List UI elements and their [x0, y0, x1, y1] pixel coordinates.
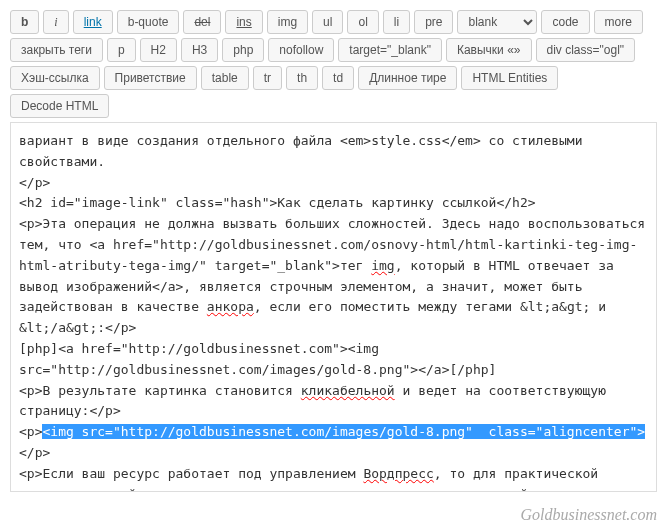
btn-link[interactable]: link	[73, 10, 113, 34]
btn-pre[interactable]: pre	[414, 10, 453, 34]
btn-li[interactable]: li	[383, 10, 410, 34]
btn-php[interactable]: php	[222, 38, 264, 62]
btn-h3[interactable]: H3	[181, 38, 218, 62]
btn-bquote[interactable]: b-quote	[117, 10, 180, 34]
btn-more[interactable]: more	[594, 10, 643, 34]
btn-tr[interactable]: tr	[253, 66, 282, 90]
btn-img[interactable]: img	[267, 10, 308, 34]
select-blank[interactable]: blank	[457, 10, 537, 34]
editor-line: вариант в виде создания отдельного файла…	[19, 133, 590, 169]
editor-line: </p>	[19, 175, 50, 190]
btn-del[interactable]: del	[183, 10, 221, 34]
btn-ul[interactable]: ul	[312, 10, 343, 34]
btn-close-tags[interactable]: закрыть теги	[10, 38, 103, 62]
btn-ins[interactable]: ins	[225, 10, 262, 34]
btn-italic[interactable]: i	[43, 10, 68, 34]
selected-text: <img src="http://goldbusinessnet.com/ima…	[42, 424, 645, 439]
btn-table[interactable]: table	[201, 66, 249, 90]
btn-nofollow[interactable]: nofollow	[268, 38, 334, 62]
quicktags-row-1: b i link b-quote del ins img ul ol li pr…	[10, 10, 657, 34]
btn-h2[interactable]: H2	[140, 38, 177, 62]
spellcheck-word: img	[371, 258, 394, 273]
btn-decode-html[interactable]: Decode HTML	[10, 94, 109, 118]
btn-th[interactable]: th	[286, 66, 318, 90]
btn-p[interactable]: p	[107, 38, 136, 62]
btn-html-entities[interactable]: HTML Entities	[461, 66, 558, 90]
quicktags-row-2: закрыть теги p H2 H3 php nofollow target…	[10, 38, 657, 62]
btn-hash-link[interactable]: Хэш-ссылка	[10, 66, 100, 90]
btn-greeting[interactable]: Приветствие	[104, 66, 197, 90]
btn-ol[interactable]: ol	[347, 10, 378, 34]
quicktags-row-4: Decode HTML	[10, 94, 657, 118]
quicktags-row-3: Хэш-ссылка Приветствие table tr th td Дл…	[10, 66, 657, 90]
editor-line: </p>	[19, 445, 50, 460]
btn-long-dash[interactable]: Длинное тире	[358, 66, 457, 90]
btn-bold[interactable]: b	[10, 10, 39, 34]
html-editor-textarea[interactable]: вариант в виде создания отдельного файла…	[10, 122, 657, 492]
btn-td[interactable]: td	[322, 66, 354, 90]
editor-line: [php]<a href="http://goldbusinessnet.com…	[19, 341, 496, 377]
editor-line: <p>Если ваш ресурс работает под управлен…	[19, 466, 363, 481]
spellcheck-word: анкора	[207, 299, 254, 314]
watermark: Goldbusinessnet.com	[0, 502, 667, 528]
btn-target-blank[interactable]: target="_blank"	[338, 38, 442, 62]
btn-code[interactable]: code	[541, 10, 589, 34]
spellcheck-word: Вордпресс	[363, 466, 433, 481]
editor-line: <p>В результате картинка становится	[19, 383, 301, 398]
btn-quotes[interactable]: Кавычки «»	[446, 38, 532, 62]
spellcheck-word: кликабельной	[301, 383, 395, 398]
editor-line: <p>	[19, 424, 42, 439]
editor-line: <h2 id="image-link" class="hash">Как сде…	[19, 195, 536, 210]
btn-div-ogl[interactable]: div class="ogl"	[536, 38, 636, 62]
